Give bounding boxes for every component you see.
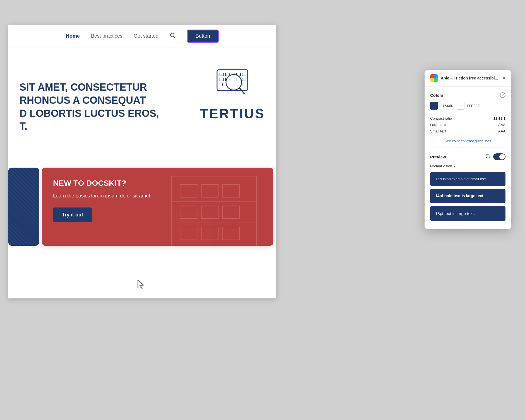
logo-icon <box>213 64 252 103</box>
svg-rect-8 <box>220 78 224 81</box>
hero-logo: TERTIUS <box>200 64 265 121</box>
able-close-button[interactable]: × <box>502 76 505 81</box>
colors-section-title: Colors <box>430 93 444 98</box>
card-red-body: Learn the basics lorem ipsum dolor sit a… <box>53 192 262 200</box>
svg-rect-24 <box>201 227 218 240</box>
swatch-dark-color[interactable] <box>430 102 438 110</box>
preview-section-title: Preview <box>430 155 446 159</box>
swatch-white: FFFFFF <box>457 102 480 110</box>
swatch-dark: 213A6D <box>430 102 453 110</box>
svg-rect-20 <box>180 206 197 219</box>
card-blue <box>8 168 39 246</box>
svg-rect-23 <box>180 227 197 240</box>
svg-rect-4 <box>225 73 229 76</box>
preview-large-bold-text: 14pt bold text is large text. <box>430 189 505 203</box>
svg-rect-35 <box>434 74 438 78</box>
preview-header: Preview <box>430 153 505 160</box>
hero-heading: SIT AMET, CONSECTETUR RHONCUS A CONSEQUA… <box>20 81 189 133</box>
small-text-label: Small text <box>430 129 446 133</box>
help-icon[interactable]: ? <box>500 92 505 98</box>
able-app-icon <box>430 74 438 82</box>
svg-rect-7 <box>242 73 246 76</box>
svg-rect-25 <box>222 227 239 240</box>
colors-section-header: Colors ? <box>430 92 505 98</box>
able-panel-header: Able – Friction free accessibi... × <box>425 70 511 87</box>
nav-get-started[interactable]: Get started <box>134 33 158 39</box>
nav-home[interactable]: Home <box>66 33 80 39</box>
preview-large-text: 18pt text is large text. <box>430 206 505 221</box>
contrast-ratio-row: Contrast ratio 11.11:1 <box>430 115 505 122</box>
large-text-label: Large text <box>430 123 446 127</box>
preview-small-text: This is an example of small text. <box>430 172 505 186</box>
preview-controls <box>485 153 505 160</box>
svg-rect-3 <box>220 73 224 76</box>
vision-label: Normal vision <box>430 164 452 168</box>
card-red: NEW TO DOCSKIT? Learn the basics lorem i… <box>42 168 273 246</box>
swatch-white-label: FFFFFF <box>467 104 480 108</box>
chevron-down-icon: ▾ <box>454 165 455 168</box>
toggle-knob <box>499 154 505 160</box>
svg-rect-12 <box>242 78 246 81</box>
able-panel-title: Able – Friction free accessibi... <box>441 76 498 80</box>
mouse-cursor <box>137 279 146 290</box>
try-it-out-button[interactable]: Try it out <box>53 207 92 222</box>
swatch-white-color[interactable] <box>457 102 464 110</box>
hero-text: SIT AMET, CONSECTETUR RHONCUS A CONSEQUA… <box>20 64 189 133</box>
refresh-icon[interactable] <box>485 154 490 160</box>
able-panel-body: Colors ? 213A6D FFFFFF Contrast ratio 11… <box>425 87 511 229</box>
cards-section: NEW TO DOCSKIT? Learn the basics lorem i… <box>8 159 276 254</box>
preview-toggle[interactable] <box>493 153 505 160</box>
large-text-row: Large text AAA <box>430 122 505 128</box>
small-text-value: AAA <box>498 129 505 133</box>
search-icon[interactable] <box>170 32 176 40</box>
card-red-heading: NEW TO DOCSKIT? <box>53 179 262 188</box>
svg-line-1 <box>174 37 175 38</box>
svg-rect-22 <box>222 206 239 219</box>
nav-cta-button[interactable]: Button <box>187 30 219 43</box>
swatch-dark-label: 213A6D <box>440 104 453 108</box>
svg-rect-36 <box>430 78 434 82</box>
svg-rect-21 <box>201 206 218 219</box>
contrast-ratio-label: Contrast ratio <box>430 116 452 120</box>
nav-best-practices[interactable]: Best practices <box>91 33 122 39</box>
logo-text: TERTIUS <box>200 106 265 121</box>
contrast-ratio-value: 11.11:1 <box>493 116 505 120</box>
vision-dropdown[interactable]: Normal vision ▾ <box>430 164 505 168</box>
svg-rect-34 <box>430 74 434 78</box>
color-swatches: 213A6D FFFFFF <box>430 102 505 110</box>
svg-rect-37 <box>434 78 438 82</box>
hero-section: SIT AMET, CONSECTETUR RHONCUS A CONSEQUA… <box>8 47 276 159</box>
able-header-left: Able – Friction free accessibi... <box>430 74 498 82</box>
large-text-value: AAA <box>498 123 505 127</box>
nav-bar: Home Best practices Get started Button <box>8 25 276 47</box>
browser-window: Home Best practices Get started Button S… <box>8 25 276 298</box>
able-panel: Able – Friction free accessibi... × Colo… <box>425 70 511 229</box>
contrast-table: Contrast ratio 11.11:1 Large text AAA Sm… <box>430 115 505 134</box>
small-text-row: Small text AAA <box>430 128 505 134</box>
guidelines-link[interactable]: See color contrast guidelines <box>430 139 505 148</box>
